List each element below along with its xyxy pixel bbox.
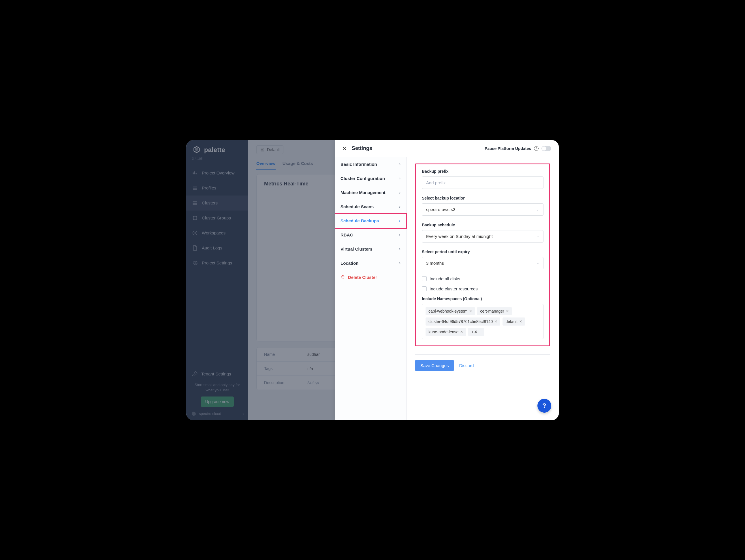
nav-label: Audit Logs	[202, 245, 222, 250]
nav-audit-logs[interactable]: Audit Logs	[186, 241, 248, 255]
remove-icon[interactable]: ✕	[460, 330, 463, 334]
include-disks-checkbox[interactable]: Include all disks	[422, 276, 544, 281]
logo-text: palette	[204, 146, 225, 154]
menu-machine-management[interactable]: Machine Management›	[335, 185, 406, 199]
tenant-label: Tenant Settings	[201, 371, 231, 376]
chevron-right-icon: ›	[399, 190, 400, 195]
location-label: Select backup location	[422, 196, 544, 200]
panel-body: Basic Information› Cluster Configuration…	[335, 157, 559, 420]
menu-basic-information[interactable]: Basic Information›	[335, 157, 406, 171]
tab-overview[interactable]: Overview	[256, 161, 276, 169]
select-value: 3 months	[426, 261, 444, 266]
chevron-down-icon: ⌄	[536, 234, 539, 238]
delete-cluster[interactable]: Delete Cluster	[335, 270, 406, 284]
meta-label: Tags	[264, 366, 307, 371]
menu-cluster-configuration[interactable]: Cluster Configuration›	[335, 171, 406, 185]
namespaces-input[interactable]: capi-webhook-system✕ cert-manager✕ clust…	[422, 304, 544, 339]
version-label: 3.4.105	[186, 157, 248, 165]
checkbox-icon	[422, 286, 427, 291]
field-schedule: Backup schedule Every week on Sunday at …	[422, 223, 544, 243]
chevron-left-icon[interactable]: ‹	[242, 411, 244, 416]
nav-cluster-groups[interactable]: Cluster Groups	[186, 211, 248, 225]
chevron-right-icon: ›	[399, 176, 400, 181]
field-expiry: Select period until expiry 3 months⌄	[422, 249, 544, 269]
prefix-input[interactable]	[422, 177, 544, 189]
help-fab[interactable]: ?	[538, 399, 551, 413]
breadcrumb-item[interactable]: Default	[256, 145, 283, 154]
namespace-more[interactable]: + 4 ...	[468, 328, 484, 336]
chevron-right-icon: ›	[399, 247, 400, 251]
pause-toggle[interactable]	[542, 146, 551, 151]
menu-schedule-scans[interactable]: Schedule Scans›	[335, 199, 406, 214]
remove-icon[interactable]: ✕	[494, 319, 497, 323]
namespace-chip[interactable]: cert-manager✕	[477, 307, 512, 315]
settings-menu: Basic Information› Cluster Configuration…	[335, 157, 407, 420]
brand-label: spectro cloud	[199, 411, 221, 416]
nav-label: Project Overview	[202, 170, 234, 175]
info-icon[interactable]: i	[534, 146, 539, 151]
panel-title: Settings	[352, 145, 372, 151]
prefix-label: Backup prefix	[422, 169, 544, 174]
svg-point-4	[193, 231, 197, 235]
menu-label: Virtual Clusters	[341, 247, 372, 251]
menu-location[interactable]: Location›	[335, 256, 406, 270]
menu-label: Basic Information	[341, 162, 377, 167]
settings-form: Backup prefix Select backup location spe…	[407, 157, 559, 420]
chip-label: cert-manager	[480, 309, 504, 313]
menu-schedule-backups[interactable]: Schedule Backups›	[335, 213, 407, 229]
check-label: Include all disks	[429, 276, 460, 281]
remove-icon[interactable]: ✕	[469, 309, 472, 313]
tab-usage-costs[interactable]: Usage & Costs	[283, 161, 313, 169]
chevron-right-icon: ›	[399, 232, 400, 237]
remove-icon[interactable]: ✕	[506, 309, 509, 313]
pause-label: Pause Platform Updates	[485, 146, 531, 151]
nav-label: Project Settings	[202, 260, 232, 265]
include-resources-checkbox[interactable]: Include cluster resources	[422, 286, 544, 291]
menu-label: Schedule Scans	[341, 204, 374, 209]
nav-label: Clusters	[202, 200, 218, 205]
chip-label: kube-node-lease	[428, 330, 458, 334]
nav-project-settings[interactable]: Project Settings	[186, 255, 248, 271]
nav-workspaces[interactable]: Workspaces	[186, 225, 248, 241]
select-value: spectro-aws-s3	[426, 207, 456, 212]
schedule-select[interactable]: Every week on Sunday at midnight⌄	[422, 230, 544, 243]
menu-label: Machine Management	[341, 190, 386, 195]
chevron-right-icon: ›	[399, 162, 400, 166]
namespace-chip[interactable]: default✕	[503, 317, 525, 325]
namespace-chip[interactable]: kube-node-lease✕	[426, 328, 466, 336]
header-right: Pause Platform Updates i	[485, 146, 551, 151]
nav-project-overview[interactable]: Project Overview	[186, 165, 248, 181]
expiry-select[interactable]: 3 months⌄	[422, 257, 544, 269]
svg-point-3	[196, 219, 197, 220]
chevron-right-icon: ›	[399, 218, 400, 223]
check-label: Include cluster resources	[429, 286, 478, 291]
nav-label: Workspaces	[202, 230, 225, 235]
svg-point-1	[196, 216, 197, 217]
nav-label: Profiles	[202, 185, 216, 190]
location-select[interactable]: spectro-aws-s3⌄	[422, 203, 544, 216]
nav-label: Cluster Groups	[202, 215, 231, 220]
tenant-settings[interactable]: Tenant Settings	[186, 367, 248, 381]
select-value: Every week on Sunday at midnight	[426, 234, 493, 239]
footer-brand[interactable]: spectro cloud ‹	[186, 407, 248, 417]
form-actions: Save Changes Discard	[415, 360, 550, 371]
sidebar-bottom: Tenant Settings Start small and only pay…	[186, 367, 248, 420]
namespace-chip[interactable]: cluster-64df96d578701c5e85cf8140✕	[426, 317, 500, 325]
namespace-chip[interactable]: capi-webhook-system✕	[426, 307, 475, 315]
menu-rbac[interactable]: RBAC›	[335, 228, 406, 242]
sidebar: palette 3.4.105 Project Overview Profile…	[186, 140, 248, 420]
menu-virtual-clusters[interactable]: Virtual Clusters›	[335, 242, 406, 256]
expiry-label: Select period until expiry	[422, 249, 544, 254]
field-namespaces: Include Namespaces (Optional) capi-webho…	[422, 297, 544, 339]
upgrade-button[interactable]: Upgrade now	[201, 397, 234, 407]
remove-icon[interactable]: ✕	[519, 319, 522, 323]
chevron-down-icon: ⌄	[536, 207, 539, 211]
nav-clusters[interactable]: Clusters	[186, 195, 248, 211]
close-button[interactable]: ✕	[342, 145, 347, 152]
save-button[interactable]: Save Changes	[415, 360, 454, 371]
chip-label: cluster-64df96d578701c5e85cf8140	[428, 319, 493, 324]
nav-profiles[interactable]: Profiles	[186, 181, 248, 195]
svg-point-2	[193, 219, 194, 220]
discard-button[interactable]: Discard	[459, 363, 474, 368]
chip-label: default	[506, 319, 518, 324]
